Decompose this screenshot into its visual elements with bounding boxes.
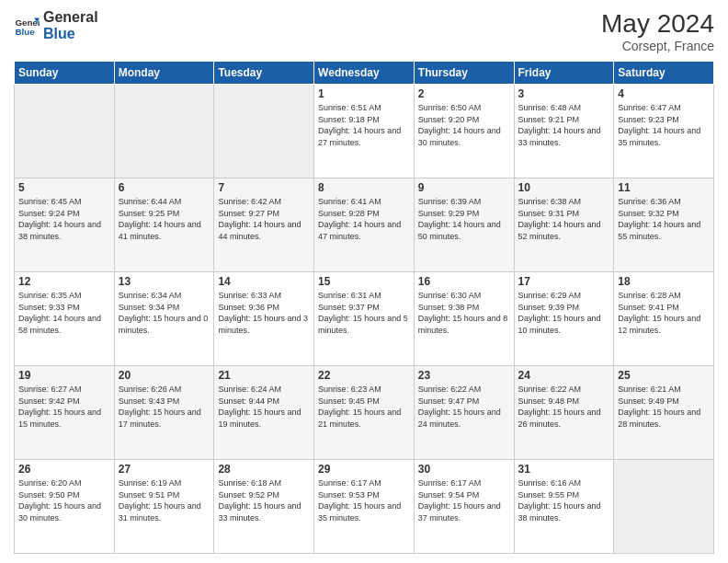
day-info: Sunrise: 6:21 AMSunset: 9:49 PMDaylight:… [618, 384, 710, 430]
calendar-cell: 5Sunrise: 6:45 AMSunset: 9:24 PMDaylight… [15, 178, 115, 272]
calendar-cell: 12Sunrise: 6:35 AMSunset: 9:33 PMDayligh… [15, 272, 115, 366]
day-number: 22 [318, 369, 410, 382]
calendar-cell: 13Sunrise: 6:34 AMSunset: 9:34 PMDayligh… [114, 272, 214, 366]
day-number: 6 [119, 181, 210, 194]
day-number: 3 [518, 87, 610, 100]
calendar-cell: 14Sunrise: 6:33 AMSunset: 9:36 PMDayligh… [214, 272, 314, 366]
day-number: 28 [218, 463, 310, 476]
weekday-header-sunday: Sunday [15, 62, 115, 85]
day-number: 29 [318, 463, 410, 476]
day-number: 17 [518, 275, 610, 288]
weekday-header-wednesday: Wednesday [314, 62, 415, 85]
calendar-cell: 29Sunrise: 6:17 AMSunset: 9:53 PMDayligh… [314, 460, 415, 554]
day-number: 4 [618, 87, 710, 100]
day-info: Sunrise: 6:30 AMSunset: 9:38 PMDaylight:… [418, 290, 510, 336]
calendar-cell: 20Sunrise: 6:26 AMSunset: 9:43 PMDayligh… [114, 366, 214, 460]
day-info: Sunrise: 6:22 AMSunset: 9:47 PMDaylight:… [418, 384, 510, 430]
day-number: 12 [18, 275, 110, 288]
calendar-cell: 22Sunrise: 6:23 AMSunset: 9:45 PMDayligh… [314, 366, 415, 460]
day-number: 16 [418, 275, 510, 288]
week-row-4: 19Sunrise: 6:27 AMSunset: 9:42 PMDayligh… [15, 366, 714, 460]
day-number: 7 [218, 181, 310, 194]
day-info: Sunrise: 6:48 AMSunset: 9:21 PMDaylight:… [518, 102, 610, 148]
day-info: Sunrise: 6:33 AMSunset: 9:36 PMDaylight:… [218, 290, 310, 336]
day-info: Sunrise: 6:42 AMSunset: 9:27 PMDaylight:… [218, 196, 310, 242]
calendar-cell: 21Sunrise: 6:24 AMSunset: 9:44 PMDayligh… [214, 366, 314, 460]
day-info: Sunrise: 6:38 AMSunset: 9:31 PMDaylight:… [518, 196, 610, 242]
calendar-cell: 1Sunrise: 6:51 AMSunset: 9:18 PMDaylight… [314, 85, 415, 178]
day-info: Sunrise: 6:18 AMSunset: 9:52 PMDaylight:… [218, 477, 310, 523]
day-info: Sunrise: 6:34 AMSunset: 9:34 PMDaylight:… [119, 290, 210, 336]
calendar-cell: 25Sunrise: 6:21 AMSunset: 9:49 PMDayligh… [614, 366, 714, 460]
day-number: 18 [618, 275, 710, 288]
day-info: Sunrise: 6:24 AMSunset: 9:44 PMDaylight:… [218, 384, 310, 430]
day-info: Sunrise: 6:26 AMSunset: 9:43 PMDaylight:… [119, 384, 210, 430]
day-number: 23 [418, 369, 510, 382]
day-info: Sunrise: 6:20 AMSunset: 9:50 PMDaylight:… [18, 477, 110, 523]
header: General Blue General Blue May 2024 Corse… [14, 9, 714, 53]
day-number: 19 [18, 369, 110, 382]
day-info: Sunrise: 6:28 AMSunset: 9:41 PMDaylight:… [618, 290, 710, 336]
day-number: 30 [418, 463, 510, 476]
weekday-header-thursday: Thursday [414, 62, 514, 85]
calendar-cell: 17Sunrise: 6:29 AMSunset: 9:39 PMDayligh… [514, 272, 614, 366]
day-number: 14 [218, 275, 310, 288]
logo-blue-text: Blue [43, 26, 98, 42]
calendar-cell: 30Sunrise: 6:17 AMSunset: 9:54 PMDayligh… [414, 460, 514, 554]
day-info: Sunrise: 6:39 AMSunset: 9:29 PMDaylight:… [418, 196, 510, 242]
calendar-cell: 28Sunrise: 6:18 AMSunset: 9:52 PMDayligh… [214, 460, 314, 554]
weekday-header-row: SundayMondayTuesdayWednesdayThursdayFrid… [15, 62, 714, 85]
day-number: 26 [18, 463, 110, 476]
day-info: Sunrise: 6:22 AMSunset: 9:48 PMDaylight:… [518, 384, 610, 430]
calendar-cell: 15Sunrise: 6:31 AMSunset: 9:37 PMDayligh… [314, 272, 415, 366]
day-number: 15 [318, 275, 410, 288]
day-info: Sunrise: 6:47 AMSunset: 9:23 PMDaylight:… [618, 102, 710, 148]
day-number: 13 [119, 275, 210, 288]
day-number: 8 [318, 181, 410, 194]
calendar-cell [214, 85, 314, 178]
weekday-header-tuesday: Tuesday [214, 62, 314, 85]
calendar-cell: 16Sunrise: 6:30 AMSunset: 9:38 PMDayligh… [414, 272, 514, 366]
day-number: 27 [119, 463, 210, 476]
day-info: Sunrise: 6:17 AMSunset: 9:53 PMDaylight:… [318, 477, 410, 523]
calendar-cell: 11Sunrise: 6:36 AMSunset: 9:32 PMDayligh… [614, 178, 714, 272]
weekday-header-monday: Monday [114, 62, 214, 85]
logo-general-text: General [43, 9, 98, 26]
day-number: 5 [18, 181, 110, 194]
day-info: Sunrise: 6:51 AMSunset: 9:18 PMDaylight:… [318, 102, 410, 148]
calendar-cell [614, 460, 714, 554]
calendar-cell: 27Sunrise: 6:19 AMSunset: 9:51 PMDayligh… [114, 460, 214, 554]
calendar-cell: 8Sunrise: 6:41 AMSunset: 9:28 PMDaylight… [314, 178, 415, 272]
week-row-3: 12Sunrise: 6:35 AMSunset: 9:33 PMDayligh… [15, 272, 714, 366]
calendar-cell: 18Sunrise: 6:28 AMSunset: 9:41 PMDayligh… [614, 272, 714, 366]
day-info: Sunrise: 6:50 AMSunset: 9:20 PMDaylight:… [418, 102, 510, 148]
day-info: Sunrise: 6:16 AMSunset: 9:55 PMDaylight:… [518, 477, 610, 523]
calendar-cell: 4Sunrise: 6:47 AMSunset: 9:23 PMDaylight… [614, 85, 714, 178]
day-number: 31 [518, 463, 610, 476]
calendar-cell: 3Sunrise: 6:48 AMSunset: 9:21 PMDaylight… [514, 85, 614, 178]
location: Corsept, France [601, 39, 714, 53]
calendar-cell: 26Sunrise: 6:20 AMSunset: 9:50 PMDayligh… [15, 460, 115, 554]
day-number: 2 [418, 87, 510, 100]
calendar-cell: 7Sunrise: 6:42 AMSunset: 9:27 PMDaylight… [214, 178, 314, 272]
calendar-cell: 10Sunrise: 6:38 AMSunset: 9:31 PMDayligh… [514, 178, 614, 272]
day-number: 1 [318, 87, 410, 100]
month-year: May 2024 [601, 9, 714, 39]
calendar-cell: 9Sunrise: 6:39 AMSunset: 9:29 PMDaylight… [414, 178, 514, 272]
svg-text:Blue: Blue [15, 26, 35, 36]
day-number: 21 [218, 369, 310, 382]
day-number: 20 [119, 369, 210, 382]
calendar-cell: 19Sunrise: 6:27 AMSunset: 9:42 PMDayligh… [15, 366, 115, 460]
week-row-1: 1Sunrise: 6:51 AMSunset: 9:18 PMDaylight… [15, 85, 714, 178]
day-info: Sunrise: 6:36 AMSunset: 9:32 PMDaylight:… [618, 196, 710, 242]
calendar-cell: 2Sunrise: 6:50 AMSunset: 9:20 PMDaylight… [414, 85, 514, 178]
day-info: Sunrise: 6:23 AMSunset: 9:45 PMDaylight:… [318, 384, 410, 430]
day-info: Sunrise: 6:44 AMSunset: 9:25 PMDaylight:… [119, 196, 210, 242]
logo: General Blue General Blue [14, 9, 98, 41]
day-number: 10 [518, 181, 610, 194]
day-info: Sunrise: 6:27 AMSunset: 9:42 PMDaylight:… [18, 384, 110, 430]
calendar-cell: 24Sunrise: 6:22 AMSunset: 9:48 PMDayligh… [514, 366, 614, 460]
weekday-header-saturday: Saturday [614, 62, 714, 85]
calendar-cell: 6Sunrise: 6:44 AMSunset: 9:25 PMDaylight… [114, 178, 214, 272]
day-info: Sunrise: 6:29 AMSunset: 9:39 PMDaylight:… [518, 290, 610, 336]
